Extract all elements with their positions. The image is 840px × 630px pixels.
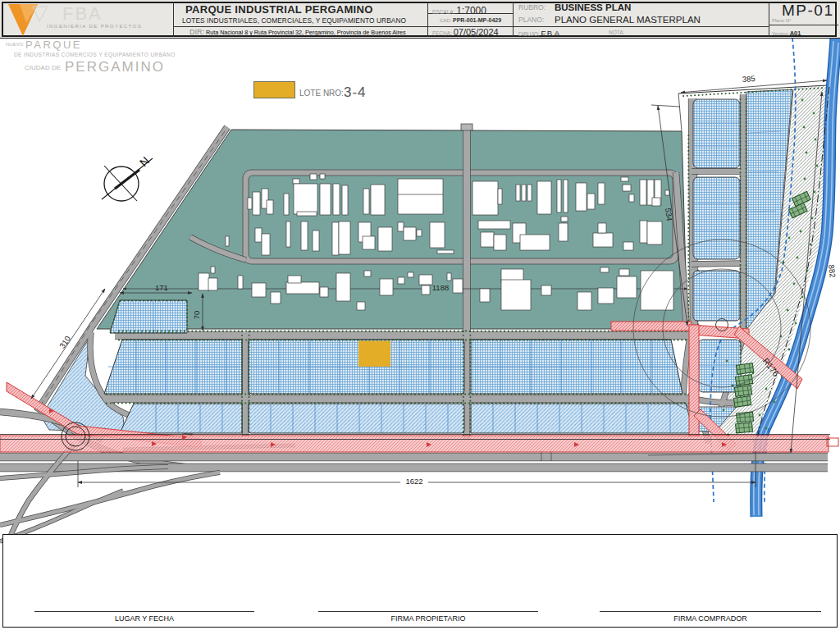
svg-text:70: 70: [192, 311, 201, 320]
svg-text:882: 882: [827, 264, 838, 278]
svg-text:1622: 1622: [405, 477, 422, 486]
svg-text:N: N: [137, 154, 152, 169]
svg-text:1188: 1188: [432, 283, 449, 292]
svg-text:385: 385: [742, 74, 756, 84]
svg-text:310: 310: [57, 334, 72, 349]
svg-text:171: 171: [155, 283, 168, 292]
svg-text:534: 534: [664, 208, 674, 221]
